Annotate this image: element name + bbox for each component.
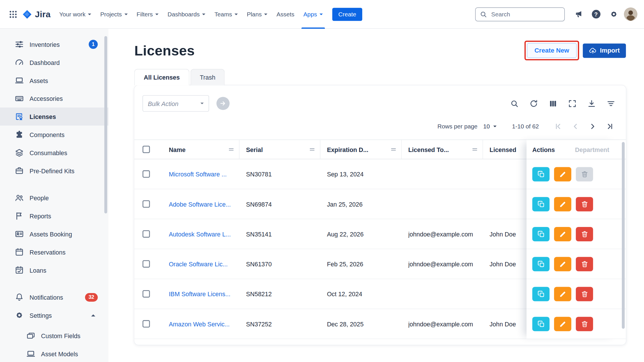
sidebar-item-loans[interactable]: Loans bbox=[0, 261, 108, 279]
create-new-button[interactable]: Create New bbox=[527, 43, 576, 58]
row-checkbox[interactable] bbox=[143, 230, 150, 238]
sidebar-scrollbar[interactable] bbox=[104, 36, 107, 213]
nav-item-teams[interactable]: Teams bbox=[210, 0, 242, 28]
sidebar-item-reservations[interactable]: Reservations bbox=[0, 243, 108, 261]
settings-button[interactable] bbox=[606, 7, 621, 22]
row-checkbox[interactable] bbox=[143, 200, 150, 208]
search-input[interactable] bbox=[490, 10, 560, 18]
nav-item-projects[interactable]: Projects bbox=[96, 0, 132, 28]
license-name-link[interactable]: Adobe Software Lice... bbox=[169, 201, 231, 207]
column-drag-handle[interactable] bbox=[391, 147, 396, 152]
nav-item-dashboards[interactable]: Dashboards bbox=[163, 0, 210, 28]
edit-button[interactable] bbox=[554, 257, 571, 271]
license-name-link[interactable]: Oracle Software Lic... bbox=[169, 260, 228, 267]
export-button[interactable] bbox=[587, 99, 596, 108]
nav-item-plans[interactable]: Plans bbox=[242, 0, 272, 28]
sidebar-item-notifications[interactable]: Notifications 32 bbox=[0, 288, 108, 306]
sidebar-item-custom-fields[interactable]: Custom Fields bbox=[0, 327, 108, 345]
rows-per-page-select[interactable]: 10 bbox=[483, 123, 497, 130]
chevron-down-icon bbox=[200, 103, 204, 104]
license-name-link[interactable]: Autodesk Software L... bbox=[169, 230, 231, 237]
column-header-name[interactable]: Name bbox=[162, 140, 239, 159]
trash-icon bbox=[580, 170, 588, 178]
last-page-button[interactable] bbox=[603, 120, 617, 134]
delete-button[interactable] bbox=[576, 287, 593, 301]
column-header-expiration[interactable]: Expiration D... bbox=[320, 140, 402, 159]
license-name-link[interactable]: Amazon Web Servic... bbox=[169, 320, 230, 327]
bulk-apply-button[interactable] bbox=[216, 97, 230, 110]
sidebar-item-dashboard[interactable]: Dashboard bbox=[0, 53, 108, 72]
column-drag-handle[interactable] bbox=[472, 147, 478, 152]
sidebar-item-components[interactable]: Components bbox=[0, 126, 108, 144]
nav-item-filters[interactable]: Filters bbox=[132, 0, 163, 28]
columns-button[interactable] bbox=[549, 99, 557, 108]
megaphone-icon bbox=[574, 10, 582, 18]
refresh-button[interactable] bbox=[529, 99, 538, 108]
delete-button[interactable] bbox=[576, 317, 593, 331]
fullscreen-icon bbox=[568, 99, 577, 108]
announcements-button[interactable] bbox=[571, 7, 586, 22]
nav-item-your-work[interactable]: Your work bbox=[55, 0, 96, 28]
edit-button[interactable] bbox=[554, 197, 571, 211]
nav-item-assets[interactable]: Assets bbox=[272, 0, 299, 28]
import-button[interactable]: Import bbox=[583, 43, 626, 58]
fullscreen-button[interactable] bbox=[568, 99, 577, 108]
duplicate-button[interactable] bbox=[532, 257, 549, 271]
select-all-checkbox[interactable] bbox=[143, 146, 150, 153]
next-page-button[interactable] bbox=[586, 120, 600, 134]
copy-icon bbox=[537, 260, 545, 268]
column-drag-handle[interactable] bbox=[228, 147, 234, 152]
column-drag-handle[interactable] bbox=[309, 147, 315, 152]
jira-logo[interactable]: Jira bbox=[22, 9, 51, 19]
column-header-serial[interactable]: Serial bbox=[239, 140, 320, 159]
sidebar-item-licenses[interactable]: Licenses bbox=[0, 107, 108, 126]
sidebar-item-asset-models[interactable]: Asset Models bbox=[0, 345, 108, 362]
license-icon bbox=[15, 112, 24, 121]
sidebar-item-assets[interactable]: Assets bbox=[0, 72, 108, 90]
duplicate-button[interactable] bbox=[532, 197, 549, 211]
sidebar-item-pre-defined-kits[interactable]: Pre-Defined Kits bbox=[0, 162, 108, 180]
row-checkbox[interactable] bbox=[143, 260, 150, 268]
delete-button[interactable] bbox=[576, 227, 593, 241]
row-checkbox[interactable] bbox=[143, 290, 150, 298]
nav-item-apps[interactable]: Apps bbox=[299, 0, 327, 28]
app-switcher-button[interactable] bbox=[6, 7, 20, 22]
previous-page-button[interactable] bbox=[568, 120, 582, 134]
bulk-action-select[interactable]: Bulk Action bbox=[143, 95, 209, 111]
duplicate-button[interactable] bbox=[532, 317, 549, 331]
sidebar-item-assets-booking[interactable]: Assets Booking bbox=[0, 225, 108, 243]
edit-button[interactable] bbox=[554, 227, 571, 241]
expiration-cell: Aug 22, 2026 bbox=[320, 230, 402, 237]
edit-button[interactable] bbox=[554, 167, 571, 181]
tab-trash[interactable]: Trash bbox=[190, 69, 225, 85]
column-header-licensed-to[interactable]: Licensed To... bbox=[402, 140, 483, 159]
delete-button[interactable] bbox=[576, 167, 593, 181]
edit-button[interactable] bbox=[554, 287, 571, 301]
row-checkbox[interactable] bbox=[143, 320, 150, 328]
license-name-link[interactable]: Microsoft Software ... bbox=[169, 171, 227, 178]
sidebar-item-reports[interactable]: Reports bbox=[0, 207, 108, 225]
table-scrollbar[interactable] bbox=[622, 142, 625, 329]
global-search[interactable] bbox=[475, 7, 565, 21]
delete-button[interactable] bbox=[576, 257, 593, 271]
sidebar-item-settings[interactable]: Settings bbox=[0, 306, 108, 324]
duplicate-button[interactable] bbox=[532, 167, 549, 181]
help-button[interactable] bbox=[589, 7, 603, 22]
sidebar-item-people[interactable]: People bbox=[0, 189, 108, 207]
edit-button[interactable] bbox=[554, 317, 571, 331]
sidebar-item-accessories[interactable]: Accessories bbox=[0, 89, 108, 107]
duplicate-button[interactable] bbox=[532, 287, 549, 301]
nav-item-label: Dashboards bbox=[168, 11, 200, 18]
first-page-button[interactable] bbox=[551, 120, 565, 134]
duplicate-button[interactable] bbox=[532, 227, 549, 241]
sidebar-item-inventories[interactable]: Inventories 1 bbox=[0, 35, 108, 53]
row-checkbox[interactable] bbox=[143, 170, 150, 178]
filter-button[interactable] bbox=[607, 99, 615, 108]
sidebar-item-consumables[interactable]: Consumables bbox=[0, 144, 108, 162]
delete-button[interactable] bbox=[576, 197, 593, 211]
table-search-button[interactable] bbox=[510, 99, 519, 108]
tab-all-licenses[interactable]: All Licenses bbox=[134, 69, 189, 85]
avatar[interactable] bbox=[624, 7, 637, 21]
license-name-link[interactable]: IBM Software Licens... bbox=[169, 290, 230, 297]
create-button[interactable]: Create bbox=[332, 7, 362, 21]
